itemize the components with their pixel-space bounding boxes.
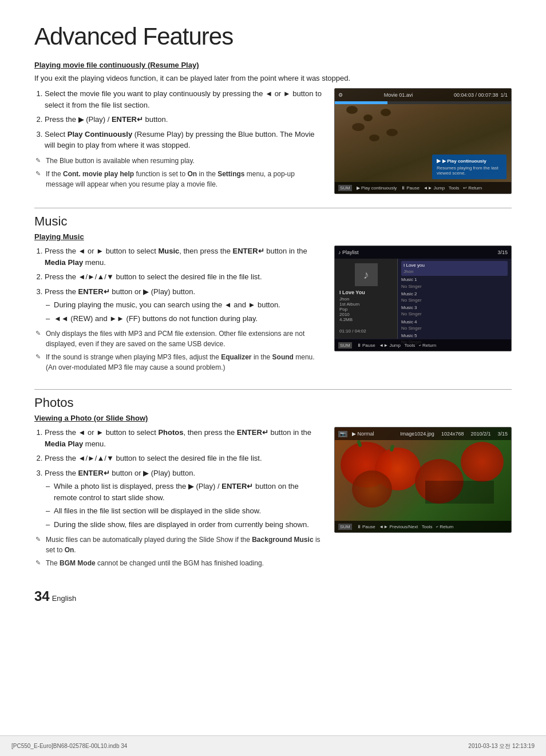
music-bottom-controls: ⏸ Pause ◄► Jump Tools ↩ Return — [357, 343, 436, 348]
movie-progress-wrap — [335, 101, 511, 104]
music-album: 1st Album — [339, 302, 393, 307]
photos-screen-bottom: SUM ⏸ Pause ◄► Previous/Next Tools ↩ Ret… — [335, 521, 511, 532]
photos-sum-icon: SUM — [338, 524, 352, 530]
music-track-2-singer: No Singer — [401, 283, 508, 290]
music-sub-heading: Playing Music — [34, 232, 512, 241]
music-screen-bottom: SUM ⏸ Pause ◄► Jump Tools ↩ Return — [335, 339, 511, 351]
photos-title: Photos — [34, 395, 512, 410]
photos-resolution: 1024x768 — [441, 431, 464, 437]
footer-bar: [PC550_E-Euro]BN68-02578E-00L10.indb 34 … — [0, 735, 546, 756]
photos-dash-1: While a photo list is displayed, press t… — [45, 481, 323, 503]
music-note-1: Only displays the files with MP3 and PCM… — [34, 328, 323, 349]
music-screen: ♪ Playlist 3/15 ♪ I Love You Jhon 1st Al… — [334, 246, 512, 351]
music-screen-bar: ♪ Playlist 3/15 — [335, 246, 511, 259]
photos-bottom-controls: ⏸ Pause ◄► Previous/Next Tools ↩ Return — [357, 524, 454, 529]
photos-note-1: Music files can be automatically played … — [34, 535, 323, 555]
music-selected-artist: Jhon — [339, 296, 393, 302]
photos-screen-bar: 📷 ▶ Normal Image1024.jpg 1024x768 2010/2… — [335, 428, 511, 440]
music-track-3-singer: No Singer — [401, 297, 508, 303]
music-track-6-name: Music 5 — [401, 333, 508, 339]
footer-right: 2010-03-13 오전 12:13:19 — [468, 742, 535, 750]
music-title: Music — [34, 214, 512, 229]
movie-steps: Select the movie file you want to play c… — [34, 88, 323, 151]
photos-content: Press the ◄ or ► button to select Photos… — [34, 427, 512, 571]
movie-note-1: The Blue button is available when resumi… — [34, 156, 323, 166]
music-track-4-singer: No Singer — [401, 311, 508, 317]
music-track-2: Music 1 No Singer — [401, 276, 508, 290]
music-playlist-panel: I Love you Jhon Music 1 No Singer Music … — [398, 259, 511, 339]
movie-filename: Movie 01.avi — [345, 92, 452, 98]
page-number: 34 — [34, 588, 50, 604]
movie-screen-bar: ⚙ Movie 01.avi 00:04:03 / 00:07:38 1/1 — [335, 89, 511, 101]
photos-dash-2: All files in the file list section will … — [45, 505, 323, 517]
movie-image-col: ⚙ Movie 01.avi 00:04:03 / 00:07:38 1/1 ▶… — [334, 88, 512, 194]
music-step-3: Press the ENTER↵ button or ▶ (Play) butt… — [45, 286, 323, 324]
music-playlist-label: ♪ Playlist — [338, 250, 359, 255]
music-selected-title: I Love You — [339, 290, 393, 295]
music-panel: ♪ I Love You Jhon 1st Album Pop 2010 4.2… — [335, 259, 511, 339]
music-page: 3/15 — [497, 250, 508, 255]
music-section: Music Playing Music Press the ◄ or ► but… — [34, 214, 512, 375]
photos-date: 2010/2/1 — [470, 431, 490, 437]
movie-progress-fill — [335, 101, 387, 104]
movie-note-2: If the Cont. movie play help function is… — [34, 169, 323, 189]
photos-sub-heading: Viewing a Photo (or Slide Show) — [34, 414, 512, 422]
photos-steps: Press the ◄ or ► button to select Photos… — [34, 427, 323, 530]
music-steps: Press the ◄ or ► button to select Music,… — [34, 246, 323, 324]
page-number-block: 34 English — [34, 588, 512, 604]
music-content: Press the ◄ or ► button to select Music,… — [34, 246, 512, 375]
page-label: English — [52, 594, 77, 603]
page-title: Advanced Features — [34, 23, 512, 50]
movie-step-1: Select the movie file you want to play c… — [45, 88, 323, 110]
photos-filename: Image1024.jpg — [400, 431, 434, 437]
music-note-icon: ♪ — [355, 263, 378, 286]
music-section-rule — [34, 208, 512, 208]
music-track-1-name: I Love you — [403, 262, 505, 268]
movie-section: Playing movie file continuously (Resume … — [34, 61, 512, 194]
photos-section-rule — [34, 389, 512, 390]
footer-left: [PC550_E-Euro]BN68-02578E-00L10.indb 34 — [11, 743, 127, 749]
movie-screen: ⚙ Movie 01.avi 00:04:03 / 00:07:38 1/1 ▶… — [334, 88, 512, 194]
music-track-3-name: Music 2 — [401, 291, 508, 297]
music-step-2: Press the ◄/►/▲/▼ button to select the d… — [45, 271, 323, 283]
movie-time: 00:04:03 / 00:07:38 — [454, 92, 498, 98]
music-dash-1: During playing the music, you can search… — [45, 299, 323, 311]
photos-image-col: 📷 ▶ Normal Image1024.jpg 1024x768 2010/2… — [334, 427, 512, 533]
movie-text-col: Select the movie file you want to play c… — [34, 88, 323, 192]
photos-dash-3: During the slide show, files are display… — [45, 519, 323, 531]
music-genre: Pop — [339, 307, 393, 312]
movie-overlay-title: ▶▶ Play continuously — [437, 158, 502, 164]
music-track-4: Music 3 No Singer — [401, 304, 508, 318]
music-track-1-singer: Jhon — [403, 268, 505, 275]
music-track-5-name: Music 4 — [401, 319, 508, 325]
movie-intro: If you exit the playing videos function,… — [34, 74, 512, 82]
movie-page: 1/1 — [500, 92, 508, 98]
music-track-2-name: Music 1 — [401, 276, 508, 283]
movie-icon: ⚙ — [338, 92, 343, 98]
movie-sum-icon: SUM — [338, 185, 352, 191]
photos-page: 3/15 — [497, 431, 508, 437]
music-track-1: I Love you Jhon — [401, 261, 508, 276]
music-step-1: Press the ◄ or ► button to select Music,… — [45, 246, 323, 268]
photos-icon: 📷 — [338, 431, 347, 437]
photos-text-col: Press the ◄ or ► button to select Photos… — [34, 427, 323, 571]
music-info-panel: ♪ I Love You Jhon 1st Album Pop 2010 4.2… — [335, 259, 398, 339]
music-track-5-singer: No Singer — [401, 325, 508, 331]
music-image-col: ♪ Playlist 3/15 ♪ I Love You Jhon 1st Al… — [334, 246, 512, 351]
music-year: 2010 — [339, 312, 393, 317]
movie-step-3: Select Play Continuously (Resume Play) b… — [45, 129, 323, 151]
movie-overlay-text: Resumes playing from the last viewed sce… — [437, 165, 502, 176]
photos-section: Photos Viewing a Photo (or Slide Show) P… — [34, 395, 512, 571]
movie-overlay: ▶▶ Play continuously Resumes playing fro… — [432, 155, 507, 179]
music-track-4-name: Music 3 — [401, 304, 508, 311]
photos-note-2: The BGM Mode cannot be changed until the… — [34, 558, 323, 568]
movie-sub-heading: Playing movie file continuously (Resume … — [34, 61, 512, 69]
music-size: 4.2MB — [339, 317, 393, 322]
photos-step-1: Press the ◄ or ► button to select Photos… — [45, 427, 323, 449]
music-note-2: If the sound is strange when playing MP3… — [34, 352, 323, 373]
movie-screen-bottom: SUM ▶ Play continuously ⏸ Pause ◄► Jump … — [335, 182, 511, 193]
music-sum-icon: SUM — [338, 342, 352, 349]
music-track-5: Music 4 No Singer — [401, 318, 508, 332]
music-dash-2: ◄◄ (REW) and ►► (FF) buttons do not func… — [45, 313, 323, 324]
photos-step-3: Press the ENTER↵ button or ▶ (Play) butt… — [45, 468, 323, 531]
